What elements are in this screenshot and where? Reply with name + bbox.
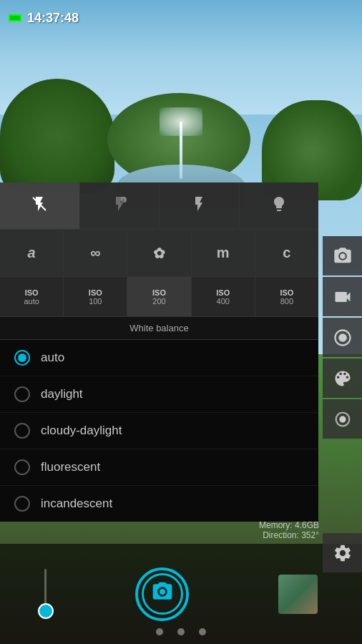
iso-200-value: 200 (152, 297, 165, 306)
wb-options-list: auto daylight cloudy-daylight fluorescen… (0, 340, 318, 522)
wb-auto-option[interactable]: auto (0, 340, 318, 376)
camera-controls-panel: A a ∞ ✿ (0, 182, 318, 522)
flash-row: A (0, 182, 318, 230)
mode-macro-button[interactable]: ✿ (127, 230, 191, 276)
iso-100-value: 100 (89, 297, 102, 306)
flash-auto-button[interactable]: A (80, 182, 160, 229)
wb-fluorescent-label: fluorescent (41, 460, 100, 474)
flash-off-icon (31, 195, 48, 217)
wb-auto-radio (14, 350, 30, 366)
wb-cloudy-label: cloudy-daylight (41, 424, 122, 438)
iso-200-label-text: ISO (152, 288, 166, 297)
thumbnail-image (278, 575, 318, 614)
hdr-icon (333, 409, 353, 429)
iso-auto-button[interactable]: ISO auto (0, 277, 64, 316)
video-icon (333, 287, 353, 307)
nav-dot-2 (177, 628, 185, 635)
iso-800-button[interactable]: ISO 800 (255, 277, 318, 316)
mode-row: a ∞ ✿ m c (0, 230, 318, 277)
wb-cloudy-radio (14, 423, 30, 439)
iso-400-button[interactable]: ISO 400 (192, 277, 255, 316)
iso-auto-label-text: ISO (25, 288, 39, 297)
wb-incandescent-label: incandescent (41, 497, 112, 511)
iso-400-label-text: ISO (216, 288, 230, 297)
svg-text:A: A (122, 198, 124, 203)
iso-row: ISO auto ISO 100 ISO 200 ISO 400 ISO 800 (0, 277, 318, 317)
wb-fluorescent-radio (14, 459, 30, 475)
iso-800-label-text: ISO (280, 288, 293, 297)
iso-200-button[interactable]: ISO 200 (127, 277, 191, 316)
right-toolbar (323, 236, 362, 439)
wb-daylight-label: daylight (41, 387, 83, 401)
wb-section-label: White balance (0, 317, 318, 340)
nav-dot-1 (156, 628, 163, 635)
svg-point-2 (339, 416, 346, 422)
mode-m-button[interactable]: m (192, 230, 255, 276)
wb-fluorescent-option[interactable]: fluorescent (0, 449, 318, 486)
settings-button[interactable] (323, 533, 362, 572)
flash-off-button[interactable] (0, 182, 80, 229)
mode-c-label: c (283, 245, 290, 261)
adjust-button[interactable] (323, 318, 362, 357)
gear-icon (333, 543, 353, 563)
flash-auto-icon: A (111, 195, 128, 217)
info-overlay: Memory: 4.6GB Direction: 352° (259, 520, 319, 540)
mode-auto-label: a (28, 245, 36, 261)
mode-m-label: m (217, 245, 230, 261)
iso-800-value: 800 (280, 297, 293, 306)
mode-auto-button[interactable]: a (0, 230, 64, 276)
wb-incandescent-option[interactable]: incandescent (0, 486, 318, 522)
bulb-icon (270, 195, 288, 217)
mode-infinity-button[interactable]: ∞ (64, 230, 127, 276)
flash-on-icon (190, 195, 207, 217)
video-switch-button[interactable] (323, 277, 362, 316)
hdr-button[interactable] (323, 399, 362, 439)
slider-track (44, 569, 47, 619)
fountain-spray (160, 107, 202, 136)
iso-auto-value: auto (24, 297, 39, 306)
slider-thumb[interactable] (38, 603, 54, 619)
nav-dot-3 (199, 628, 206, 635)
last-photo-thumbnail[interactable] (278, 575, 318, 614)
wb-daylight-radio (14, 386, 30, 402)
shutter-button[interactable] (135, 567, 189, 621)
svg-point-0 (338, 333, 347, 342)
camera-shutter-icon (151, 580, 174, 608)
bulb-button[interactable] (240, 182, 319, 229)
mode-c-button[interactable]: c (255, 230, 318, 276)
wb-auto-radio-fill (18, 353, 26, 362)
wb-auto-label: auto (41, 351, 64, 365)
iso-100-label-text: ISO (89, 288, 102, 297)
exposure-slider[interactable] (44, 569, 47, 619)
wb-daylight-option[interactable]: daylight (0, 376, 318, 413)
nav-dots (156, 619, 206, 644)
camera-switch-button[interactable] (323, 236, 362, 275)
memory-info: Memory: 4.6GB (259, 520, 319, 530)
wb-icon (333, 369, 353, 389)
wb-cloudy-option[interactable]: cloudy-daylight (0, 413, 318, 449)
adjust-icon (333, 328, 353, 348)
camera-icon (333, 246, 353, 266)
direction-info: Direction: 352° (259, 530, 319, 540)
wb-incandescent-radio (14, 496, 30, 512)
trees-left (0, 79, 114, 193)
wb-button[interactable] (323, 358, 362, 398)
status-time: 14:37:48 (27, 11, 79, 26)
mode-infinity-label: ∞ (90, 245, 100, 261)
iso-100-button[interactable]: ISO 100 (64, 277, 127, 316)
shutter-inner-ring (142, 573, 183, 615)
iso-400-value: 400 (217, 297, 230, 306)
battery-icon (9, 14, 21, 21)
status-bar: 14:37:48 (0, 0, 362, 36)
flash-on-button[interactable] (160, 182, 240, 229)
mode-macro-label: ✿ (153, 245, 165, 262)
